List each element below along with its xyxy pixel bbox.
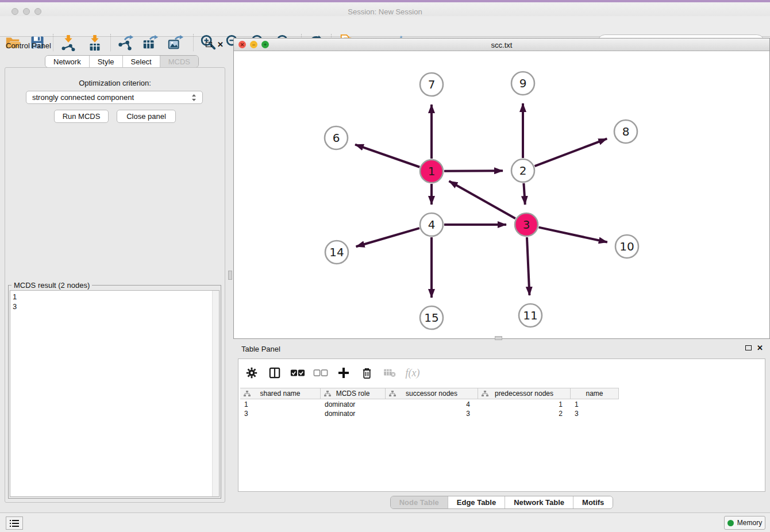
application-window: Session: New Session <box>0 0 770 532</box>
toolbar-separator <box>193 34 194 51</box>
svg-text:15: 15 <box>424 311 438 325</box>
column-type-icon <box>324 391 331 397</box>
tab-network[interactable]: Network <box>45 56 90 67</box>
memory-label: Memory <box>737 519 762 527</box>
deselect-all-checkboxes-icon[interactable] <box>313 365 328 380</box>
float-panel-icon[interactable] <box>206 42 212 47</box>
tab-node-table[interactable]: Node Table <box>391 496 448 508</box>
memory-status-dot <box>727 520 734 526</box>
edge-4-14 <box>356 228 419 246</box>
mcds-result-values: 1 3 <box>13 292 17 311</box>
tab-mcds[interactable]: MCDS <box>160 56 198 67</box>
cell-predecessor-nodes[interactable]: 2 <box>478 409 571 418</box>
window-titlebar: Session: New Session <box>0 2 770 16</box>
table-tabs-bar: Node Table Edge Table Network Table Moti… <box>233 496 770 510</box>
svg-text:14: 14 <box>329 245 344 259</box>
column-header-shared-name[interactable]: shared name <box>240 388 321 399</box>
delete-column-trash-icon[interactable] <box>359 365 374 380</box>
edge-3-1 <box>449 181 515 218</box>
network-window-title: scc.txt <box>234 41 769 49</box>
window-title: Session: New Session <box>0 7 770 16</box>
export-image-icon[interactable] <box>165 33 185 52</box>
criterion-dropdown[interactable]: strongly connected component <box>26 91 203 104</box>
delete-table-icon[interactable] <box>382 365 397 380</box>
close-panel-button[interactable]: Close panel <box>117 110 176 123</box>
toolbar-separator <box>110 34 111 51</box>
column-type-icon <box>389 391 396 397</box>
edge-2-8 <box>535 138 607 166</box>
column-header-predecessor-nodes[interactable]: predecessor nodes <box>478 388 571 399</box>
tab-select[interactable]: Select <box>123 56 160 67</box>
table-row[interactable]: 3 dominator 3 2 3 <box>240 409 619 418</box>
export-table-icon[interactable] <box>140 33 160 52</box>
task-history-button[interactable] <box>6 516 23 530</box>
import-network-icon[interactable] <box>59 33 78 52</box>
svg-text:10: 10 <box>619 240 634 253</box>
column-type-icon <box>244 391 251 397</box>
close-panel-icon[interactable]: ✕ <box>217 41 224 48</box>
cell-mcds-role[interactable]: dominator <box>321 400 386 409</box>
run-mcds-button[interactable]: Run MCDS <box>54 110 109 123</box>
optimization-criterion-label: Optimization criterion: <box>5 79 225 87</box>
svg-text:11: 11 <box>523 309 537 322</box>
column-header-mcds-role[interactable]: MCDS role <box>321 388 386 399</box>
control-panel-tabs: Network Style Select MCDS <box>45 55 199 68</box>
create-column-plus-icon[interactable] <box>336 365 351 380</box>
control-panel-buttons: ✕ <box>206 41 224 48</box>
mcds-result-title: MCDS result (2 nodes) <box>11 281 92 290</box>
svg-text:6: 6 <box>333 131 340 145</box>
cell-mcds-role[interactable]: dominator <box>321 409 386 418</box>
split-view-icon[interactable] <box>267 365 282 380</box>
list-icon <box>10 519 19 527</box>
network-window-titlebar: ✕ − + scc.txt <box>234 38 769 51</box>
table-panel-title: Table Panel <box>241 345 280 353</box>
select-all-checkboxes-icon[interactable] <box>290 365 305 380</box>
table-header-row: shared name MCDS role successor nodes pr… <box>240 388 619 399</box>
column-settings-gear-icon[interactable] <box>244 365 259 380</box>
close-panel-icon[interactable]: ✕ <box>757 345 763 351</box>
node-table-container: f(x) shared name MCDS role successor nod… <box>238 358 765 492</box>
svg-text:1: 1 <box>428 164 436 178</box>
svg-text:9: 9 <box>519 76 527 90</box>
cell-name[interactable]: 3 <box>571 409 619 418</box>
cell-name[interactable]: 1 <box>571 400 619 409</box>
control-panel-title: Control Panel <box>6 41 51 50</box>
export-network-icon[interactable] <box>116 33 135 52</box>
edge-1-6 <box>355 145 419 167</box>
network-graph[interactable]: 7 9 6 1 2 8 4 3 14 10 15 11 <box>234 51 769 338</box>
table-toolbar: f(x) <box>244 363 420 383</box>
table-row[interactable]: 1 dominator 4 1 1 <box>240 400 619 409</box>
column-header-successor-nodes[interactable]: successor nodes <box>386 388 478 399</box>
apply-function-fx-icon[interactable]: f(x) <box>405 365 420 380</box>
cell-shared-name[interactable]: 1 <box>240 400 321 409</box>
tab-style[interactable]: Style <box>90 56 123 67</box>
edge-2-3 <box>523 183 525 205</box>
network-canvas[interactable]: 7 9 6 1 2 8 4 3 14 10 15 11 <box>234 51 769 338</box>
import-table-icon[interactable] <box>85 33 105 52</box>
memory-button[interactable]: Memory <box>724 516 765 530</box>
toolbar-separator <box>53 34 53 51</box>
tab-edge-table[interactable]: Edge Table <box>448 496 505 508</box>
criterion-dropdown-value: strongly connected component <box>32 93 134 102</box>
svg-text:2: 2 <box>519 164 527 178</box>
tab-motifs[interactable]: Motifs <box>573 496 613 508</box>
edge-1-2 <box>444 171 503 171</box>
svg-text:3: 3 <box>523 218 530 232</box>
main-toolbar <box>0 16 770 37</box>
tab-network-table[interactable]: Network Table <box>505 496 573 508</box>
result-scrollbar[interactable] <box>212 291 219 496</box>
float-panel-icon[interactable] <box>745 345 752 350</box>
table-panel-buttons: ✕ <box>745 345 763 351</box>
status-bar: Memory <box>0 512 770 532</box>
edge-3-10 <box>538 228 607 242</box>
vertical-splitter-handle[interactable] <box>228 271 232 280</box>
mcds-result-textarea[interactable]: 1 3 <box>10 290 220 497</box>
svg-text:4: 4 <box>428 218 436 232</box>
cell-successor-nodes[interactable]: 4 <box>386 400 478 409</box>
cell-successor-nodes[interactable]: 3 <box>386 409 478 418</box>
column-header-name[interactable]: name <box>571 388 619 399</box>
horizontal-splitter-handle[interactable] <box>495 336 502 340</box>
network-view-window: ✕ − + scc.txt 7 9 6 1 2 8 4 3 14 10 15 1… <box>233 38 770 339</box>
cell-shared-name[interactable]: 3 <box>240 409 321 418</box>
cell-predecessor-nodes[interactable]: 1 <box>478 400 571 409</box>
